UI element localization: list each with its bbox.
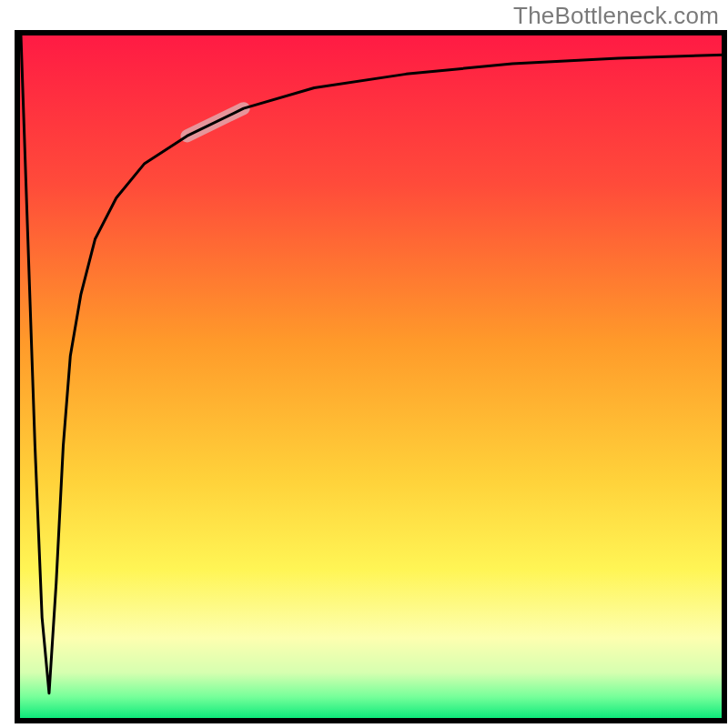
chart-svg [0, 0, 728, 728]
chart-stage: TheBottleneck.com [0, 0, 728, 728]
svg-rect-0 [17, 33, 724, 721]
watermark-text: TheBottleneck.com [513, 2, 719, 30]
